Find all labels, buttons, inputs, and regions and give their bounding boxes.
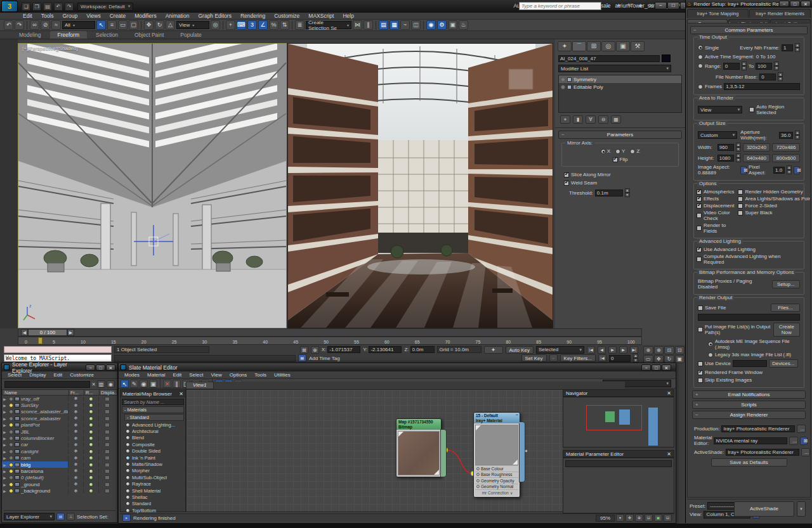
scene-explorer-search-input[interactable] [4, 381, 90, 388]
option-checkbox[interactable] [697, 213, 702, 218]
freeze-icon[interactable]: ❄ [68, 396, 83, 401]
menu-item[interactable]: Help [339, 13, 357, 19]
zoom-extents-all-button[interactable]: ⊡ [675, 346, 685, 354]
scene-explorer-menu-item[interactable]: Customize [67, 372, 97, 378]
frame-spinner[interactable]: ▲▼ [633, 354, 638, 363]
ribbon-tab[interactable]: Populate [173, 31, 209, 39]
renderable-icon[interactable] [83, 442, 98, 447]
next-frame-transport-button[interactable]: ▶ [619, 346, 627, 354]
expand-arrow-icon[interactable]: ▶ [3, 416, 8, 421]
select-move-button[interactable]: ✥ [144, 20, 154, 30]
use-device-checkbox[interactable] [698, 361, 703, 366]
layer-bulb-icon[interactable] [9, 436, 13, 441]
track-bar[interactable]: 0510152025303540455055606570758085909510… [18, 337, 642, 345]
option-checkbox[interactable] [738, 190, 743, 195]
files-button[interactable]: Files... [771, 304, 800, 312]
redo-button[interactable]: ↷ [65, 3, 74, 11]
freeze-icon[interactable]: ❄ [68, 482, 83, 487]
aperture-spinner[interactable]: ▲▼ [795, 131, 800, 139]
material-slot-row[interactable]: Base Roughness [475, 472, 518, 478]
display-icon[interactable] [98, 442, 115, 447]
preset-720-button[interactable]: 720x486 [772, 143, 800, 151]
snap-toggle-button[interactable]: 3 [247, 20, 257, 30]
materials-group-header[interactable]: - Materials [122, 406, 184, 413]
zoom-region-icon[interactable]: ⊡ [645, 514, 653, 522]
output-size-dropdown[interactable]: Custom [698, 131, 737, 139]
node-view-canvas[interactable]: Map #1571734550 Bitmap 15 - Default Iray… [186, 389, 625, 512]
layer-row[interactable]: ▶ car ❄ [2, 442, 117, 448]
bind-spacewarp-button[interactable]: ≈ [51, 20, 61, 30]
renderable-icon[interactable] [83, 482, 98, 487]
undo-toolbar-button[interactable]: ↶ [4, 20, 13, 30]
layer-bulb-icon[interactable] [9, 482, 13, 487]
slate-menu-item[interactable]: Material [144, 372, 168, 378]
y-coordinate-field[interactable] [369, 346, 402, 353]
selection-filter-dropdown[interactable]: All [62, 21, 95, 29]
area-to-render-dropdown[interactable]: View [698, 106, 742, 113]
column-display[interactable]: Displa... [99, 390, 117, 396]
material-list-item[interactable]: Advanced Lighting... [121, 422, 185, 428]
layer-row[interactable]: ▶ 0 (default) ❄ [2, 475, 117, 481]
bitmap-node[interactable]: Map #1571734550 Bitmap [396, 418, 442, 477]
signin-icon[interactable]: ✎ [625, 2, 634, 10]
ribbon-tab[interactable]: Selection [88, 31, 126, 39]
explorer-mode-dropdown[interactable]: Layer Explorer [4, 513, 55, 520]
axis-radio[interactable] [630, 149, 635, 154]
slot-socket-icon[interactable] [476, 479, 480, 482]
play-button[interactable]: ▶ [608, 346, 617, 354]
object-name-field[interactable] [558, 55, 660, 62]
slate-menu-item[interactable]: Utilities [271, 372, 294, 378]
devices-button[interactable]: Devices... [769, 359, 798, 368]
material-list-item[interactable]: Shellac [121, 494, 185, 500]
layer-bulb-icon[interactable] [9, 469, 13, 473]
slate-menu-item[interactable]: Modes [121, 372, 143, 378]
angle-snap-button[interactable]: ∠ [258, 20, 268, 30]
renderable-icon[interactable] [83, 449, 98, 454]
expand-arrow-icon[interactable]: ▶ [3, 423, 8, 427]
modifier-stack-row[interactable]: Symmetry [559, 75, 681, 83]
menu-item[interactable]: Animation [162, 13, 193, 19]
freeze-icon[interactable]: ❄ [68, 456, 83, 461]
material-list-item[interactable]: Shell Material [121, 487, 185, 494]
dialog-minimize-button[interactable]: − [779, 1, 789, 7]
pan-tool-icon[interactable]: ✥ [625, 514, 634, 522]
layer-bulb-icon[interactable] [9, 463, 13, 467]
display-icon[interactable] [98, 463, 115, 467]
renderable-icon[interactable] [83, 436, 98, 441]
slot-socket-icon[interactable] [476, 485, 480, 488]
slate-maximize-button[interactable]: □ [652, 364, 661, 371]
select-link-button[interactable]: ∞ [30, 20, 39, 30]
option-checkbox[interactable] [697, 203, 702, 209]
preset-800-button[interactable]: 800x600 [772, 154, 800, 162]
set-key-button[interactable]: Set Key [521, 354, 547, 362]
frames-field[interactable] [724, 83, 800, 90]
slate-pick-material-button[interactable]: ✎ [130, 380, 138, 388]
display-icon[interactable] [98, 416, 115, 421]
navigator-minimap[interactable] [563, 397, 674, 448]
selection-set-dropdown[interactable]: Create Selection Se [306, 21, 351, 29]
window-crossing-button[interactable]: ▢ [129, 20, 138, 30]
expand-arrow-icon[interactable]: ▶ [3, 449, 8, 454]
previous-key-button[interactable]: |◀ [598, 354, 606, 362]
pixel-aspect-lock-button[interactable]: ⊠ [794, 166, 800, 174]
zoom-extents-button[interactable]: ⊡ [664, 346, 674, 354]
layer-row[interactable]: ▶ bldg ❄ [2, 461, 117, 468]
undo-button[interactable]: ↶ [54, 3, 63, 11]
layer-row[interactable]: ▶ SunSky ❄ [2, 402, 117, 408]
renderable-icon[interactable] [83, 463, 98, 467]
browser-search-input[interactable]: Search by Name ... [122, 399, 184, 405]
slate-menu-item[interactable]: Select [186, 372, 206, 378]
email-notifications-rollout[interactable]: Email Notifications [692, 390, 806, 399]
z-coordinate-field[interactable] [410, 346, 435, 353]
new-file-button[interactable]: ❏ [22, 3, 30, 11]
renderable-icon[interactable] [83, 489, 98, 493]
renderable-icon[interactable] [83, 403, 98, 408]
scene-explorer-menu-item[interactable]: Select [4, 372, 25, 378]
layer-mode-icon[interactable]: ▤ [56, 513, 65, 520]
ribbon-tab[interactable]: Freeform [50, 31, 87, 39]
ribbon-tab[interactable]: Modeling [11, 31, 49, 39]
menu-item[interactable]: Tools [37, 13, 58, 19]
scene-explorer-menu-item[interactable]: Edit [50, 372, 65, 378]
save-file-button[interactable]: ▤ [43, 3, 52, 11]
renderable-icon[interactable] [83, 430, 98, 434]
